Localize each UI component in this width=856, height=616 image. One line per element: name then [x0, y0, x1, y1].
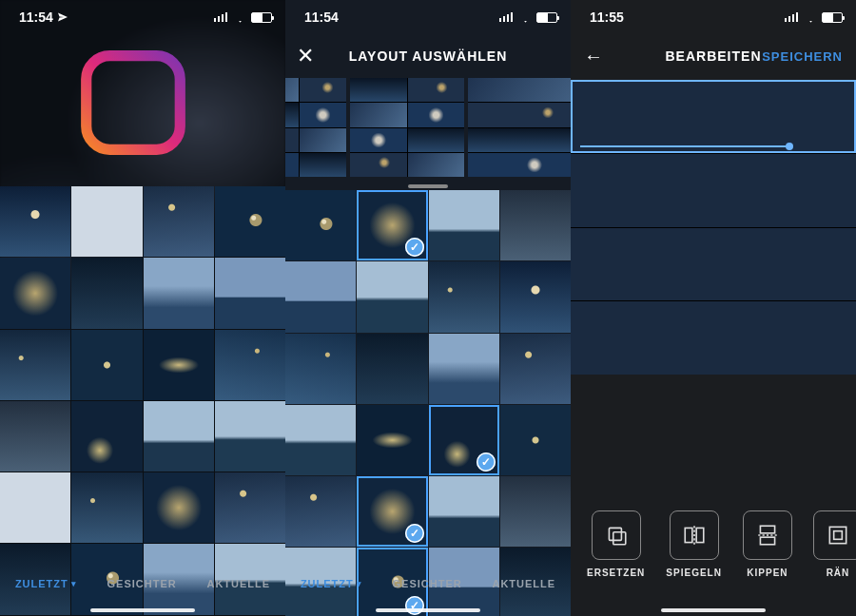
photo-thumb[interactable] [71, 258, 142, 328]
photo-thumb[interactable] [215, 472, 285, 543]
layout-header: ✕ LAYOUT AUSWÄHLEN [285, 34, 571, 78]
photo-thumb-selected[interactable]: ✓ [357, 190, 427, 260]
time-text: 11:54 [304, 10, 339, 25]
photo-thumb[interactable] [429, 190, 499, 260]
edit-header: ← BEARBEITEN SPEICHERN [571, 34, 856, 78]
wifi-icon [233, 12, 247, 23]
photo-thumb[interactable] [0, 472, 70, 543]
collage-cell-selected[interactable] [571, 80, 856, 153]
photo-thumb[interactable] [429, 334, 499, 404]
signal-icon [499, 12, 515, 22]
photo-thumb[interactable] [215, 401, 285, 472]
photo-thumb[interactable] [144, 258, 214, 328]
photo-thumb[interactable] [144, 472, 214, 543]
photo-thumb[interactable] [71, 401, 142, 472]
photo-thumb[interactable] [357, 261, 427, 332]
action-mirror[interactable]: SPIEGELN [666, 510, 722, 578]
photo-thumb[interactable] [215, 330, 285, 400]
photo-thumb[interactable] [144, 401, 214, 472]
action-replace[interactable]: ERSETZEN [587, 510, 645, 578]
photo-thumb[interactable] [71, 330, 142, 400]
layout-option[interactable] [468, 78, 571, 177]
back-button[interactable]: ← [584, 46, 604, 67]
collage-cell[interactable] [571, 228, 856, 301]
check-icon: ✓ [405, 238, 424, 257]
chevron-down-icon: ▾ [357, 579, 362, 588]
tab-faces[interactable]: GESICHTER [393, 578, 462, 589]
tab-current[interactable]: AKTUELLE [206, 578, 270, 589]
mirror-icon [670, 510, 719, 560]
photo-thumb[interactable] [357, 405, 427, 475]
photo-thumb[interactable] [285, 334, 356, 404]
status-bar: 11:55 [571, 0, 856, 34]
photo-thumb[interactable] [285, 261, 356, 332]
photo-thumb[interactable] [429, 261, 499, 332]
photo-thumb[interactable] [285, 476, 356, 547]
photo-grid: ✓ ✓ ✓ ✓ [285, 190, 571, 574]
status-bar: 11:54 [285, 0, 571, 34]
home-indicator[interactable] [661, 608, 766, 612]
collage-cell[interactable] [571, 301, 856, 375]
layout-options[interactable] [285, 78, 571, 183]
status-time: 11:54 [19, 10, 68, 25]
screen-edit: 11:55 ← BEARBEITEN SPEICHERN ERSETZEN SP… [571, 0, 856, 616]
status-right [499, 12, 557, 23]
battery-icon [822, 12, 843, 23]
flip-icon [743, 510, 792, 560]
photo-thumb[interactable] [285, 190, 356, 260]
save-button[interactable]: SPEICHERN [762, 49, 843, 64]
photo-thumb[interactable] [144, 186, 214, 257]
photo-thumb[interactable] [71, 186, 142, 257]
action-border[interactable]: RÄN [813, 510, 856, 578]
svg-rect-10 [760, 537, 774, 545]
photo-grid [0, 186, 285, 574]
layout-option[interactable] [350, 78, 464, 177]
photo-thumb[interactable] [215, 258, 285, 328]
photo-thumb[interactable] [215, 186, 285, 257]
photo-thumb[interactable] [71, 472, 142, 543]
photo-thumb[interactable] [500, 261, 571, 332]
tab-recent[interactable]: ZULETZT▾ [301, 578, 362, 589]
photo-thumb-selected[interactable]: ✓ [429, 405, 499, 475]
tab-current[interactable]: AKTUELLE [492, 578, 555, 589]
photo-thumb-selected[interactable]: ✓ [357, 476, 427, 547]
layout-option[interactable] [285, 78, 346, 177]
photo-thumb[interactable] [357, 334, 427, 404]
photo-thumb[interactable] [500, 334, 571, 404]
photo-thumb[interactable] [0, 258, 70, 328]
screen-gallery: 11:54 [0, 0, 285, 616]
home-indicator[interactable] [376, 608, 480, 612]
tab-recent[interactable]: ZULETZT▾ [15, 578, 77, 589]
photo-thumb[interactable] [0, 330, 70, 400]
action-label: ERSETZEN [587, 568, 645, 578]
replace-icon [592, 510, 641, 560]
check-icon: ✓ [405, 524, 424, 543]
crop-slider[interactable] [580, 145, 789, 147]
photo-thumb[interactable] [500, 476, 571, 547]
drag-handle[interactable] [408, 184, 448, 188]
svg-rect-7 [696, 528, 704, 542]
chevron-down-icon: ▾ [71, 579, 77, 588]
tab-faces[interactable]: GESICHTER [107, 578, 177, 589]
action-flip[interactable]: KIPPEN [743, 510, 792, 578]
photo-thumb[interactable] [0, 401, 70, 472]
edit-title: BEARBEITEN [665, 48, 761, 64]
svg-rect-8 [760, 526, 774, 533]
svg-rect-3 [609, 528, 621, 540]
photo-thumb[interactable] [500, 405, 571, 475]
photo-thumb[interactable] [0, 186, 70, 257]
photo-thumb[interactable] [285, 405, 356, 475]
source-tabs: ZULETZT▾ GESICHTER AKTUELLE [0, 578, 285, 606]
signal-icon [785, 12, 800, 22]
home-indicator[interactable] [90, 608, 195, 612]
photo-thumb[interactable] [500, 190, 571, 260]
collage-cell[interactable] [571, 154, 856, 227]
photo-thumb[interactable] [429, 476, 499, 547]
close-button[interactable]: ✕ [297, 44, 315, 68]
photo-thumb[interactable] [144, 330, 214, 400]
status-bar: 11:54 [0, 0, 285, 34]
action-label: KIPPEN [747, 568, 788, 578]
wifi-icon [518, 12, 533, 23]
time-text: 11:54 [19, 10, 53, 25]
action-label: RÄN [827, 568, 850, 578]
